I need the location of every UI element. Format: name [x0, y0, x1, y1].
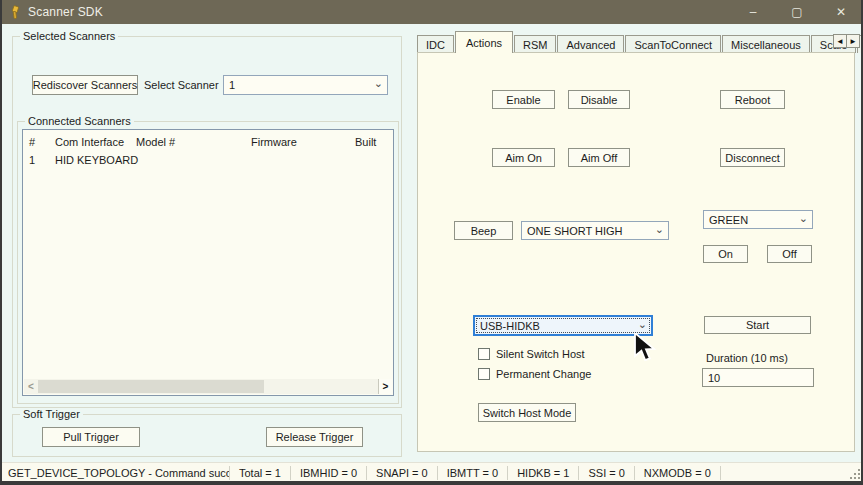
led-on-button[interactable]: On [703, 245, 748, 263]
aim-off-button[interactable]: Aim Off [568, 148, 630, 167]
tab-scantoconnect[interactable]: ScanToConnect [625, 35, 721, 53]
scanner-sdk-window: Scanner SDK – ▢ ✕ Selected Scanners Redi… [0, 0, 863, 485]
host-variant-combobox[interactable]: USB-HIDKB ⌄ [473, 315, 653, 336]
led-color-combobox[interactable]: GREEN ⌄ [703, 210, 813, 229]
close-icon[interactable]: ✕ [819, 0, 863, 24]
scroll-right-icon[interactable]: > [378, 379, 392, 394]
connected-scanners-table[interactable]: #Com InterfaceModel #FirmwareBuilt 1HID … [22, 129, 394, 396]
chevron-down-icon: ⌄ [799, 212, 808, 225]
title-bar: Scanner SDK – ▢ ✕ [0, 0, 863, 24]
beep-button[interactable]: Beep [454, 221, 513, 240]
chevron-down-icon: ⌄ [655, 223, 664, 236]
tab-strip: IDCActionsRSMAdvancedScanToConnectMiscel… [417, 31, 863, 53]
beeper-pattern-combobox[interactable]: ONE SHORT HIGH ⌄ [521, 221, 669, 240]
release-trigger-button[interactable]: Release Trigger [266, 427, 363, 447]
status-counter: SNAPI = 0 [367, 466, 438, 480]
horizontal-scrollbar[interactable]: < > [24, 379, 392, 394]
scrollbar-thumb[interactable] [38, 380, 264, 393]
duration-value: 10 [708, 372, 720, 384]
checkbox-icon[interactable] [478, 368, 490, 380]
tab-rsm[interactable]: RSM [514, 35, 556, 53]
column-header: Model # [136, 136, 175, 148]
status-counter: HIDKB = 1 [508, 466, 579, 480]
column-header: Firmware [251, 136, 297, 148]
window-title: Scanner SDK [28, 5, 103, 19]
chevron-down-icon: ⌄ [638, 318, 647, 331]
duration-label: Duration (10 ms) [706, 352, 788, 364]
silent-switch-host-label: Silent Switch Host [496, 348, 585, 360]
tab-scroll-right-icon[interactable]: ► [846, 34, 860, 48]
disconnect-button[interactable]: Disconnect [720, 148, 785, 167]
pager-start-button[interactable]: Start [704, 316, 811, 334]
led-off-button[interactable]: Off [767, 245, 812, 263]
checkbox-icon[interactable] [478, 348, 490, 360]
select-scanner-value: 1 [229, 79, 235, 91]
status-message: GET_DEVICE_TOPOLOGY - Command success. [0, 466, 230, 480]
connected-scanners-label: Connected Scanners [25, 115, 134, 127]
duration-input[interactable]: 10 [702, 368, 814, 387]
rediscover-scanners-button[interactable]: Rediscover Scanners [32, 75, 138, 95]
enable-button[interactable]: Enable [492, 90, 555, 109]
resize-grip-icon[interactable] [850, 469, 860, 479]
reboot-button[interactable]: Reboot [720, 90, 785, 109]
tab-miscellaneous[interactable]: Miscellaneous [722, 35, 810, 53]
tab-scroll-left-icon[interactable]: ◄ [833, 34, 847, 48]
selected-scanners-label: Selected Scanners [20, 30, 118, 42]
column-header: Com Interface [55, 136, 124, 148]
table-row[interactable]: 1HID KEYBOARD [23, 154, 393, 170]
tab-advanced[interactable]: Advanced [557, 35, 624, 53]
soft-trigger-label: Soft Trigger [20, 408, 83, 420]
mouse-cursor [633, 333, 659, 363]
status-counter: SSI = 0 [579, 466, 634, 480]
minimize-icon[interactable]: – [731, 0, 775, 24]
beeper-pattern-value: ONE SHORT HIGH [527, 225, 623, 237]
column-header: # [29, 136, 35, 148]
scroll-left-icon[interactable]: < [24, 379, 38, 394]
tab-idc[interactable]: IDC [417, 35, 454, 53]
table-header: #Com InterfaceModel #FirmwareBuilt [23, 136, 393, 152]
tab-scroller: ◄ ► [834, 34, 860, 48]
table-cell: HID KEYBOARD [55, 154, 138, 166]
aim-on-button[interactable]: Aim On [492, 148, 555, 167]
status-bar: GET_DEVICE_TOPOLOGY - Command success. T… [0, 462, 863, 482]
tab-actions[interactable]: Actions [455, 31, 513, 53]
silent-switch-host-checkbox[interactable]: Silent Switch Host [478, 348, 585, 360]
table-cell: 1 [29, 154, 35, 166]
switch-host-mode-button[interactable]: Switch Host Mode [478, 403, 576, 422]
status-counter: IBMTT = 0 [438, 466, 508, 480]
status-counter: IBMHID = 0 [291, 466, 367, 480]
chevron-down-icon: ⌄ [374, 77, 383, 90]
column-header: Built [355, 136, 376, 148]
app-icon [8, 5, 21, 20]
select-scanner-combobox[interactable]: 1 ⌄ [223, 75, 388, 95]
select-scanner-label: Select Scanner [144, 79, 219, 91]
status-counter: NXMODB = 0 [635, 466, 721, 480]
status-counter: Total = 1 [230, 466, 291, 480]
led-color-value: GREEN [709, 214, 748, 226]
permanent-change-checkbox[interactable]: Permanent Change [478, 368, 591, 380]
host-variant-value: USB-HIDKB [480, 320, 540, 332]
disable-button[interactable]: Disable [568, 90, 630, 109]
permanent-change-label: Permanent Change [496, 368, 591, 380]
pull-trigger-button[interactable]: Pull Trigger [42, 427, 140, 447]
maximize-icon[interactable]: ▢ [775, 0, 819, 24]
